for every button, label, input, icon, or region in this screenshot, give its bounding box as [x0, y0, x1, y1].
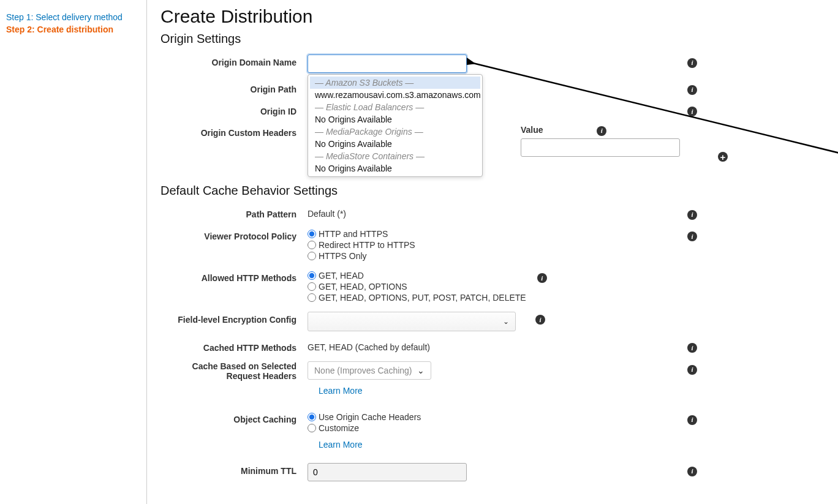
info-icon[interactable]: i: [687, 415, 697, 425]
dropdown-item-s3-1[interactable]: www.rezamousavi.com.s3.amazonaws.com: [310, 89, 480, 101]
step-1-link[interactable]: Step 1: Select delivery method: [6, 12, 140, 22]
info-icon[interactable]: i: [537, 273, 547, 283]
info-icon[interactable]: i: [687, 467, 697, 476]
row-cached-methods: Cached HTTP Methods GET, HEAD (Cached by…: [160, 340, 825, 353]
row-viewer-policy: Viewer Protocol Policy HTTP and HTTPS Re…: [160, 228, 825, 261]
info-icon[interactable]: i: [687, 343, 697, 353]
cache-headers-label-1: Cache Based on Selected: [160, 361, 296, 371]
fle-select[interactable]: ⌄: [308, 312, 516, 331]
row-cache-headers: Cache Based on Selected Request Headers …: [160, 361, 825, 396]
dropdown-item-elb-1[interactable]: No Origins Available: [310, 113, 480, 126]
info-icon[interactable]: i: [597, 126, 606, 136]
page-title: Create Distribution: [160, 6, 825, 27]
dropdown-group-s3: — Amazon S3 Buckets —: [310, 77, 480, 89]
dropdown-group-elb: — Elastic Load Balancers —: [310, 101, 480, 113]
radio-input[interactable]: [308, 413, 316, 421]
origin-id-label: Origin ID: [160, 103, 308, 116]
row-allowed-methods: Allowed HTTP Methods GET, HEAD GET, HEAD…: [160, 270, 825, 303]
viewer-policy-opt-c[interactable]: HTTPS Only: [308, 250, 521, 261]
info-icon[interactable]: i: [687, 231, 697, 241]
allowed-methods-label: Allowed HTTP Methods: [160, 270, 308, 283]
dropdown-item-mp-1[interactable]: No Origins Available: [310, 138, 480, 150]
origin-section-title: Origin Settings: [160, 32, 825, 46]
object-caching-opt-b[interactable]: Customize: [308, 423, 521, 434]
fle-label: Field-level Encryption Config: [160, 312, 308, 325]
dropdown-item-ms-1[interactable]: No Origins Available: [310, 162, 480, 175]
path-pattern-label: Path Pattern: [160, 206, 308, 219]
viewer-policy-opt-a[interactable]: HTTP and HTTPS: [308, 228, 521, 239]
info-icon[interactable]: i: [687, 210, 697, 220]
learn-more-link[interactable]: Learn More: [319, 386, 363, 396]
min-ttl-label: Minimum TTL: [160, 463, 308, 476]
row-path-pattern: Path Pattern Default (*) i: [160, 206, 825, 220]
allowed-methods-opt-b[interactable]: GET, HEAD, OPTIONS: [308, 281, 526, 292]
viewer-policy-label: Viewer Protocol Policy: [160, 228, 308, 241]
main-content: Create Distribution Origin Settings Orig…: [147, 0, 838, 504]
radio-input[interactable]: [308, 230, 316, 238]
info-icon[interactable]: i: [687, 85, 697, 95]
min-ttl-input[interactable]: [308, 463, 467, 481]
radio-input[interactable]: [308, 271, 316, 280]
cached-methods-value: GET, HEAD (Cached by default): [308, 340, 521, 352]
row-object-caching: Object Caching Use Origin Cache Headers …: [160, 412, 825, 449]
header-value-input[interactable]: [521, 138, 680, 157]
row-min-ttl: Minimum TTL i: [160, 463, 825, 481]
radio-input[interactable]: [308, 293, 316, 302]
row-origin-domain: Origin Domain Name — Amazon S3 Buckets —…: [160, 55, 825, 73]
header-value-label: Value: [521, 125, 543, 138]
radio-input[interactable]: [308, 241, 316, 249]
learn-more-link[interactable]: Learn More: [319, 440, 363, 449]
info-icon[interactable]: i: [535, 315, 545, 325]
row-origin-path: Origin Path i: [160, 81, 825, 95]
cached-methods-label: Cached HTTP Methods: [160, 340, 308, 353]
object-caching-opt-a[interactable]: Use Origin Cache Headers: [308, 412, 521, 423]
cache-section-title: Default Cache Behavior Settings: [160, 184, 825, 198]
origin-headers-label: Origin Custom Headers: [160, 125, 308, 138]
origin-domain-input[interactable]: [308, 55, 467, 73]
add-header-icon[interactable]: +: [718, 152, 728, 162]
dropdown-group-mp: — MediaPackage Origins —: [310, 126, 480, 138]
origin-domain-dropdown[interactable]: — Amazon S3 Buckets — www.rezamousavi.co…: [308, 74, 483, 177]
origin-domain-label: Origin Domain Name: [160, 55, 308, 67]
radio-input[interactable]: [308, 424, 316, 432]
row-origin-id: Origin ID i: [160, 103, 825, 117]
chevron-down-icon: ⌄: [417, 366, 425, 375]
radio-input[interactable]: [308, 282, 316, 291]
wizard-sidebar: Step 1: Select delivery method Step 2: C…: [0, 0, 147, 504]
step-2-link[interactable]: Step 2: Create distribution: [6, 24, 140, 34]
allowed-methods-opt-a[interactable]: GET, HEAD: [308, 270, 526, 281]
chevron-down-icon: ⌄: [503, 317, 509, 326]
radio-input[interactable]: [308, 252, 316, 260]
allowed-methods-opt-c[interactable]: GET, HEAD, OPTIONS, PUT, POST, PATCH, DE…: [308, 292, 526, 303]
viewer-policy-opt-b[interactable]: Redirect HTTP to HTTPS: [308, 239, 521, 250]
dropdown-group-ms: — MediaStore Containers —: [310, 150, 480, 162]
cache-headers-label-2: Request Headers: [160, 371, 296, 381]
info-icon[interactable]: i: [687, 58, 697, 68]
cache-headers-value: None (Improves Caching): [314, 366, 412, 375]
path-pattern-value: Default (*): [308, 206, 521, 219]
object-caching-label: Object Caching: [160, 412, 308, 424]
cache-headers-select[interactable]: None (Improves Caching) ⌄: [308, 361, 431, 380]
info-icon[interactable]: i: [687, 107, 697, 116]
info-icon[interactable]: i: [687, 365, 697, 375]
origin-path-label: Origin Path: [160, 81, 308, 94]
row-origin-headers: Origin Custom Headers Value i +: [160, 125, 825, 168]
row-fle: Field-level Encryption Config ⌄ i: [160, 312, 825, 331]
